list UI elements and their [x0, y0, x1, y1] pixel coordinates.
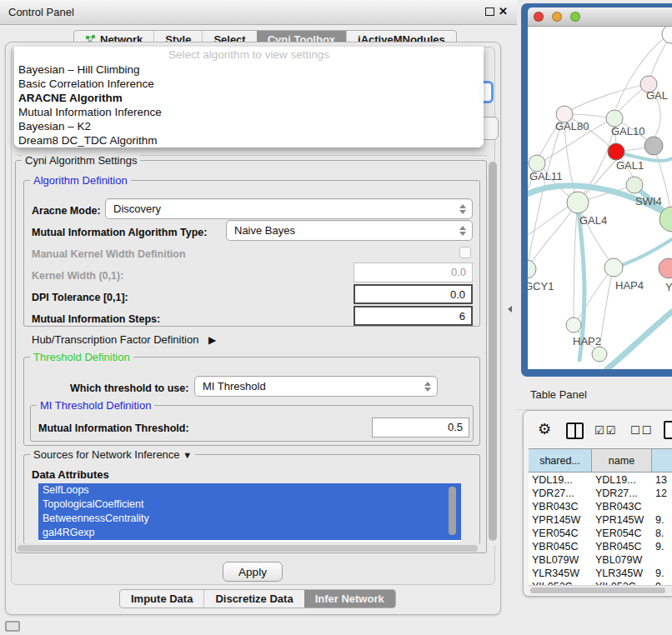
scrollbar-thumb[interactable] — [489, 162, 497, 541]
node-table: shared... name A YDL19... YDL19... 13 YD… — [529, 448, 672, 585]
network-window-titlebar[interactable] — [528, 8, 672, 27]
zoom-traffic-light[interactable] — [570, 12, 580, 22]
table-row[interactable]: YDL19... YDL19... 13 — [529, 473, 672, 487]
table-row[interactable]: YLR345W YLR345W 9. — [529, 567, 672, 580]
data-attributes-list[interactable]: SelfLoops TopologicalCoefficient Between… — [38, 483, 461, 542]
kernel-width-field[interactable]: 0.0 — [354, 262, 473, 282]
dropdown-item[interactable]: Basic Correlation Inference — [14, 77, 484, 91]
network-node-swi4[interactable] — [626, 177, 643, 193]
manual-kernel-checkbox[interactable] — [459, 247, 471, 258]
close-traffic-light[interactable] — [534, 12, 544, 22]
mi-threshold-title: MI Threshold Definition — [37, 399, 154, 412]
list-scrollbar-thumb[interactable] — [449, 487, 456, 535]
table-row[interactable]: YDR27... YDR27... 12 — [529, 487, 672, 500]
network-node-gal4[interactable] — [567, 192, 589, 213]
column-header-name[interactable]: name — [592, 449, 652, 472]
column-header-shared-name[interactable]: shared... — [529, 449, 592, 472]
select-columns-checked-icon[interactable]: ☑☑ — [594, 424, 617, 437]
network-node-gcy1[interactable] — [528, 260, 536, 278]
table-row[interactable]: YBR045C YBR045C 9. — [529, 540, 672, 553]
table-row[interactable]: YBR043C YBR043C — [529, 500, 672, 513]
table-horizontal-scrollbar[interactable] — [529, 585, 672, 594]
table-panel-header: Table Panel — [517, 377, 672, 410]
network-node-salmon[interactable] — [659, 258, 672, 278]
settings-horizontal-scrollbar[interactable] — [17, 544, 482, 552]
mi-type-combo[interactable]: Naive Bayes — [226, 220, 473, 241]
control-panel-titlebar: Control Panel ✕ — [0, 0, 517, 25]
collapse-arrow-icon[interactable]: ▶ — [208, 334, 216, 346]
aracne-mode-label: Aracne Mode: — [32, 205, 101, 217]
network-node-gray[interactable] — [644, 137, 663, 155]
combo-value: MI Threshold — [203, 380, 266, 392]
document-icon[interactable] — [664, 421, 672, 439]
minimize-traffic-light[interactable] — [552, 12, 562, 22]
node-label: HAP4 — [615, 279, 644, 292]
collapsed-panel-icon[interactable] — [5, 621, 20, 632]
mi-steps-field[interactable]: 6 — [354, 306, 473, 326]
network-canvas[interactable]: GAL GAL80 GAL10 GAL1 GAL11 SWI4 GAL4 GCY… — [528, 27, 672, 369]
algorithm-definition-title: Algorithm Definition — [30, 174, 131, 187]
node-label: GAL4 — [579, 214, 607, 227]
table-row[interactable]: YPR145W YPR145W 9. — [529, 513, 672, 527]
node-label: Y — [665, 281, 672, 293]
table-row[interactable]: YER054C YER054C 8. — [529, 527, 672, 540]
network-node-selected-red[interactable] — [608, 143, 624, 160]
list-item-selected[interactable]: SelfLoops — [38, 483, 461, 498]
close-icon[interactable]: ✕ — [499, 5, 508, 18]
split-columns-icon[interactable] — [566, 422, 584, 439]
hub-definition-toggle[interactable]: Hub/Transcription Factor Definition ▶ — [32, 333, 216, 346]
list-item-selected[interactable]: gal4RGexp — [38, 526, 461, 540]
dropdown-item[interactable]: Mutual Information Inference — [14, 105, 484, 119]
apply-button[interactable]: Apply — [223, 562, 283, 582]
float-window-icon[interactable] — [485, 8, 494, 16]
panel-title: Control Panel — [8, 6, 74, 18]
node-label: HAP2 — [573, 335, 601, 348]
network-node-gal11[interactable] — [529, 155, 545, 172]
network-node-hap2[interactable] — [566, 318, 581, 332]
combo-value: Naive Bayes — [234, 224, 295, 237]
dropdown-item-selected[interactable]: ARACNE Algorithm — [14, 91, 484, 105]
tab-infer-network[interactable]: Infer Network — [304, 590, 395, 608]
node-label: SWI4 — [635, 195, 662, 208]
sources-toggle[interactable]: Sources for Network Inference ▼ — [30, 448, 195, 461]
control-panel-window: Control Panel ✕ Network Style Select Cyn… — [0, 0, 517, 635]
dropdown-item[interactable]: Dream8 DC_TDC Algorithm — [14, 133, 484, 148]
cyni-settings-title: Cyni Algorithm Settings — [22, 154, 140, 167]
network-node[interactable] — [662, 27, 672, 43]
tab-impute-data[interactable]: Impute Data — [120, 590, 203, 608]
list-item-selected[interactable]: BetweennessCentrality — [38, 512, 461, 526]
dropdown-item[interactable]: Bayesian – Hill Climbing — [14, 62, 484, 77]
which-threshold-combo[interactable]: MI Threshold — [194, 376, 438, 397]
node-label: GAL1 — [616, 159, 644, 172]
network-node-hap4[interactable] — [604, 258, 623, 277]
expand-arrow-icon[interactable]: ▼ — [183, 450, 192, 460]
scrollbar-thumb[interactable] — [530, 588, 665, 593]
aracne-mode-combo[interactable]: Discovery — [105, 198, 473, 219]
network-view-window: GAL GAL80 GAL10 GAL1 GAL11 SWI4 GAL4 GCY… — [521, 3, 672, 377]
algorithm-dropdown-popup: Select algorithm to view settings Bayesi… — [14, 47, 484, 148]
scrollbar-thumb[interactable] — [18, 545, 478, 552]
gear-icon[interactable]: ⚙ — [538, 420, 551, 438]
dropdown-item[interactable]: Bayesian – K2 — [14, 119, 484, 133]
stepper-arrows-icon[interactable] — [459, 226, 466, 236]
table-panel-window: ⚙ ☑☑ ☐☐ shared... name A YDL19... YDL19.… — [523, 410, 672, 597]
node-label: GAL11 — [529, 170, 563, 182]
tab-discretize-data[interactable]: Discretize Data — [203, 590, 303, 608]
network-node[interactable] — [592, 347, 607, 362]
stepper-arrows-icon[interactable] — [424, 382, 431, 392]
column-header-partial[interactable]: A — [652, 449, 672, 472]
panel-splitter-arrow[interactable] — [508, 306, 512, 312]
threshold-definition-title: Threshold Definition — [30, 351, 133, 363]
mi-type-label: Mutual Information Algorithm Type: — [32, 227, 207, 238]
combo-value: Discovery — [113, 202, 161, 215]
mi-threshold-field[interactable]: 0.5 — [372, 418, 469, 438]
table-row[interactable]: YBL079W YBL079W — [529, 553, 672, 567]
dropdown-placeholder: Select algorithm to view settings — [14, 47, 484, 62]
list-item-selected[interactable]: TopologicalCoefficient — [38, 498, 461, 512]
network-node-gal10[interactable] — [606, 110, 623, 127]
stepper-arrows-icon[interactable] — [459, 204, 466, 214]
dpi-tolerance-field[interactable]: 0.0 — [354, 284, 473, 304]
select-columns-unchecked-icon[interactable]: ☐☐ — [630, 424, 653, 437]
settings-vertical-scrollbar[interactable] — [488, 161, 499, 546]
node-label: GCY1 — [528, 280, 554, 292]
